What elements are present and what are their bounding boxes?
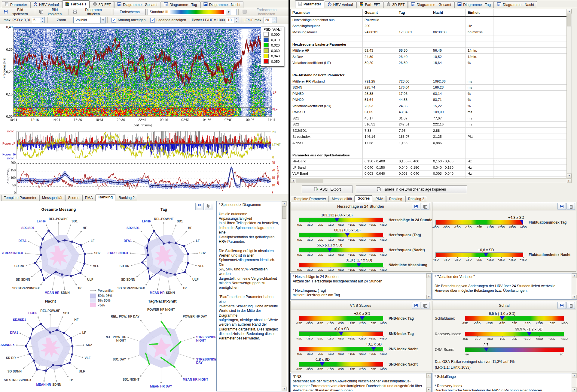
tab-template-parameter[interactable]: Template Parameter <box>291 196 329 202</box>
stepper-arrows-icon[interactable]: ▲▼ <box>234 17 239 23</box>
table-row[interactable]: VLF-Band0,003 - 0,0400,003 - 0,0400,003 … <box>291 171 572 177</box>
stepper-arrows-icon[interactable]: ▲▼ <box>272 17 276 23</box>
scroll-down-icon[interactable]: ▼ <box>572 387 577 392</box>
copy-image-button[interactable]: Bild kopieren <box>37 7 67 17</box>
table-row[interactable] <box>291 66 572 72</box>
scroll-thumb[interactable] <box>567 14 571 26</box>
table-row[interactable]: Messungsdauer24:00:0117:30:0106:30:00hh:… <box>291 29 572 35</box>
scroll-down-icon[interactable]: ▼ <box>426 295 431 299</box>
tab-parameter[interactable]: Parameter <box>295 0 324 8</box>
scroll-down-icon[interactable]: ▼ <box>426 387 431 392</box>
table-row[interactable] <box>291 146 572 152</box>
save-button[interactable] <box>412 203 420 210</box>
scroll-up-icon[interactable]: ▲ <box>572 373 577 378</box>
table-header-cell[interactable]: Einheit <box>466 9 493 16</box>
tab-diagramme-gesamt[interactable]: Diagramme - Gesamt <box>408 1 454 8</box>
table-row[interactable]: Herzschläge berechnet ausPulswelle <box>291 17 572 23</box>
scrollbar[interactable]: ▲▼ <box>572 273 577 299</box>
scroll-up-icon[interactable]: ▲ <box>426 373 431 378</box>
table-row[interactable]: St.Dev.24,8923,4010,521/min. <box>291 54 572 60</box>
table-row[interactable]: SD143,1731,0777,07ms <box>291 115 572 122</box>
copy-button[interactable] <box>421 302 429 309</box>
table-header-cell[interactable]: Gesamt <box>363 9 397 16</box>
copy-table-button[interactable]: Tabelle in die Zwischenablage kopieren <box>356 185 467 193</box>
table-row[interactable]: LF-Band0,040 - 0,1500,040 - 0,1500,040 -… <box>291 164 572 171</box>
tab-template-parameter[interactable]: Template Parameter <box>1 195 39 201</box>
tab-pma[interactable]: PMA <box>373 196 386 202</box>
lfhf-max-stepper[interactable]: 20▲▼ <box>264 17 276 23</box>
tab-pma[interactable]: PMA <box>82 195 96 201</box>
ascii-export-button[interactable]: ASCII Export <box>302 185 353 193</box>
copy-button[interactable] <box>421 203 429 210</box>
table-header-cell[interactable] <box>493 9 572 16</box>
table-row[interactable]: SD2/SD17,337,952,88 <box>291 128 572 134</box>
scroll-up-icon[interactable]: ▲ <box>426 273 431 278</box>
table-row[interactable] <box>291 35 572 42</box>
max-psd-stepper[interactable]: 5▲▼ <box>32 17 45 23</box>
copy-button[interactable] <box>205 203 213 210</box>
scrollbar[interactable]: ▲▼ <box>572 373 577 392</box>
table-row[interactable]: HF-Band0,150 - 0,4000,150 - 0,4000,150 -… <box>291 158 572 165</box>
print-chart-button[interactable]: Diagramm drucken <box>70 7 110 17</box>
table-header-cell[interactable]: Parameter <box>291 9 363 16</box>
tab-messqualitat[interactable]: Messqualität <box>39 195 65 201</box>
table-row[interactable]: Stressindex146,14188,0731,25Pkt. <box>291 134 572 140</box>
power-lfhf-stepper[interactable]: 10▲▼ <box>226 17 239 23</box>
colorscheme-select[interactable]: Standard III ▼ <box>148 9 237 15</box>
tab-scores[interactable]: Scores <box>65 195 82 201</box>
scrollbar[interactable]: ▲▼ <box>426 273 431 299</box>
table-row[interactable]: Herzfrequenz basierte Parameter <box>291 41 572 48</box>
scroll-down-icon[interactable]: ▼ <box>282 387 287 391</box>
tab-diagramme-nacht[interactable]: Diagramme - Nacht <box>494 1 537 8</box>
table-row[interactable]: Variationskoeffizient (HF)30,2026,5018,6… <box>291 60 572 66</box>
copy-button[interactable] <box>566 203 575 210</box>
table-row[interactable]: RR-Abstand basierte Parameter <box>291 72 572 79</box>
scroll-down-icon[interactable]: ▼ <box>567 173 572 178</box>
tab-diagramme-gesamt[interactable]: Diagramme - Gesamt <box>114 1 160 8</box>
table-row[interactable]: Mittlerer RR-Abstand791,25723,001092,86m… <box>291 78 572 85</box>
scroll-down-icon[interactable]: ▼ <box>572 295 577 299</box>
save-button[interactable] <box>195 203 204 210</box>
scroll-left-icon[interactable]: ◄ <box>291 179 295 183</box>
table-header-cell[interactable]: Tag <box>397 9 431 16</box>
table-row[interactable]: SD2316,31247,01222,16ms <box>291 122 572 128</box>
table-vscrollbar[interactable]: ▲▼ <box>566 9 572 178</box>
farbschema-button[interactable]: Farbschema <box>114 9 146 15</box>
table-row[interactable]: Variationskoeffizient (RR)28,5324,3515,2… <box>291 103 572 109</box>
stepper-arrows-icon[interactable]: ▲▼ <box>40 17 44 23</box>
tab-ranking[interactable]: Ranking <box>96 194 115 201</box>
scroll-up-icon[interactable]: ▲ <box>567 9 572 14</box>
scroll-up-icon[interactable]: ▲ <box>282 201 287 206</box>
tab-ranking[interactable]: Ranking <box>386 196 405 202</box>
table-row[interactable]: SDNN225,74176,04166,28ms <box>291 85 572 91</box>
table-row[interactable]: Parameter aus der Spektralanalyse <box>291 152 572 158</box>
scroll-right-icon[interactable]: ► <box>567 179 572 183</box>
save-button[interactable] <box>557 203 566 210</box>
table-row[interactable]: PNN2051,6444,5883,71% <box>291 97 572 103</box>
table-row[interactable]: Alpha11,0581,1650,885 <box>291 140 572 146</box>
scroll-up-icon[interactable]: ▲ <box>572 273 577 278</box>
tab-hrv-verlauf[interactable]: HRV-Verlauf <box>325 1 356 8</box>
table-header-cell[interactable]: Nacht <box>431 9 466 16</box>
tab-ranking-2[interactable]: Ranking 2 <box>405 196 427 202</box>
scroll-thumb[interactable] <box>282 206 286 219</box>
tab-diagramme-tag[interactable]: Diagramme - Tag <box>161 1 200 8</box>
save-button[interactable] <box>557 302 566 309</box>
tab-3d-fft[interactable]: 3D-FFT <box>383 1 408 8</box>
tab-scores[interactable]: Scores <box>355 195 372 202</box>
table-row[interactable]: PNN5025,3817,0663,14% <box>291 91 572 97</box>
scrollbar[interactable]: ▲▼ <box>426 373 431 392</box>
tab-messqualitat[interactable]: Messqualität <box>329 196 355 202</box>
save-image-button[interactable]: Bild speichern <box>1 7 33 17</box>
table-row[interactable]: Mittlere HF82,4388,3056,451/min. <box>291 48 572 54</box>
table-hscrollbar[interactable]: ◄► <box>290 178 572 183</box>
save-button[interactable] <box>412 302 420 309</box>
copy-button[interactable] <box>566 302 575 309</box>
zoom-select[interactable]: Vollbild▼ <box>73 17 106 23</box>
tab-diagramme-nacht[interactable]: Diagramme - Nacht <box>200 1 243 8</box>
atmung-checkbox[interactable]: ✓Atmung anzeigen <box>111 18 145 23</box>
scrollbar[interactable]: ▲▼ <box>282 201 287 391</box>
scroll-thumb[interactable] <box>296 179 323 183</box>
table-row[interactable]: Samplingfrequenz200Hz <box>291 23 572 29</box>
table-row[interactable]: RMSSD61,0543,94109,00ms <box>291 109 572 116</box>
